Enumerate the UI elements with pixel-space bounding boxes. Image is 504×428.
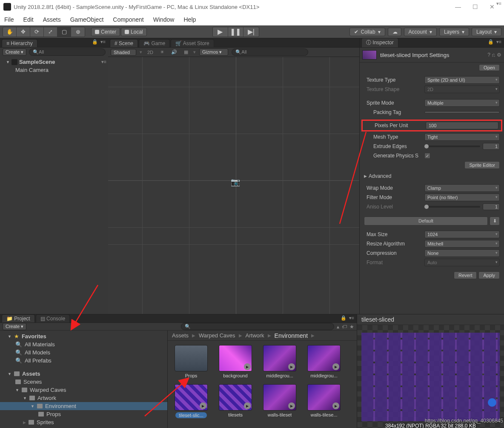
sprite-mode-select[interactable]: Multiple [424,99,500,107]
filter-icon[interactable]: ▴ [337,324,339,330]
hierarchy-tab[interactable]: ≡ Hierarchy [2,39,37,47]
inspector-tab[interactable]: ⓘ Inspector [361,38,398,47]
gizmos-dropdown[interactable]: Gizmos ▾ [199,49,228,56]
asset-tilesets[interactable]: ▶tilesets [216,384,255,418]
project-create[interactable]: Create ▾ [3,323,26,330]
scene-search[interactable]: 🔍All [232,49,308,56]
cloud-button[interactable]: ☁ [388,28,401,36]
menu-icon[interactable]: ▾≡ [496,39,501,45]
menu-assets[interactable]: Assets [43,16,61,23]
play-button[interactable]: ▶ [213,27,228,37]
ppu-input[interactable]: 100 [426,122,498,129]
tab-console[interactable]: ▤ Console [36,314,70,322]
filter-select[interactable]: Point (no filter) [424,194,500,201]
platform-default[interactable]: Default [364,217,488,225]
shading-dropdown[interactable]: Shaded [111,49,136,56]
menu-icon[interactable]: ▾≡ [100,39,106,45]
account-dropdown[interactable]: Account ▾ [404,28,437,36]
asset-middleground1[interactable]: ▶middlegrou... [261,345,299,378]
resize-select[interactable]: Mitchell [424,240,500,248]
menu-file[interactable]: File [4,16,14,23]
menu-component[interactable]: Component [113,16,143,23]
asset-props[interactable]: Props [172,345,210,378]
gen-physics-checkbox[interactable]: ✓ [424,153,430,159]
preset-icon[interactable]: ⎌ [492,52,495,58]
sprites-folder[interactable]: ▶Sprites [0,418,167,426]
tab-game[interactable]: 🎮 Game [139,39,170,47]
rect-tool[interactable]: ▢ [57,27,71,37]
revert-button[interactable]: Revert [454,271,477,279]
favorites-folder[interactable]: ▼★Favorites [0,332,167,340]
bc-warped[interactable]: Warped Caves [199,332,235,339]
artwork-folder[interactable]: ▼Artwork [0,394,167,402]
apply-button[interactable]: Apply [478,271,500,279]
scene-viewport[interactable]: 📷 [108,57,359,314]
asset-walls-tileset2[interactable]: ▶walls-tilese... [305,384,343,418]
audio-icon[interactable]: 🔊 [169,49,179,55]
expand-icon[interactable]: ▶ [288,402,295,409]
bc-environment[interactable]: Environment [275,332,308,339]
tab-scene[interactable]: # Scene [110,39,138,47]
expand-icon[interactable]: ▶ [288,363,295,370]
menu-edit[interactable]: Edit [23,16,34,23]
expand-icon[interactable]: ▶ [244,363,251,370]
layout-dropdown[interactable]: Layout ▾ [472,28,501,36]
hand-tool[interactable]: ✋ [3,27,17,37]
pivot-local[interactable]: Local [121,28,147,36]
expand-icon[interactable]: ▶ [200,402,206,409]
hierarchy-item-camera[interactable]: Main Camera [0,66,108,74]
scale-tool[interactable]: ⤢ [44,27,57,37]
compression-select[interactable]: None [424,249,500,257]
advanced-section[interactable]: ▶Advanced [360,171,504,181]
wrap-select[interactable]: Clamp [424,184,500,192]
maximize-button[interactable]: ☐ [467,3,484,10]
help-icon[interactable]: ? [487,52,490,58]
warped-caves-folder[interactable]: ▼Warped Caves [0,386,167,394]
bc-assets[interactable]: Assets [172,332,189,339]
expand-icon[interactable]: ▶ [332,363,339,370]
lock-icon[interactable]: 🔒 [341,315,346,321]
scenes-folder[interactable]: Scenes [0,378,167,386]
step-button[interactable]: ▶| [243,27,259,37]
gear-icon[interactable]: ⚙ [497,52,501,58]
fav-all-models[interactable]: 🔍All Models [0,348,167,357]
multi-tool[interactable]: ⊕ [71,27,85,37]
move-tool[interactable]: ✥ [17,27,30,37]
layers-dropdown[interactable]: Layers ▾ [439,28,469,36]
mode-2d[interactable]: 2D [146,50,155,55]
lock-icon[interactable]: 🔒 [92,39,98,45]
menu-icon[interactable]: ▾≡ [349,315,354,321]
menu-window[interactable]: Window [153,16,175,23]
sprite-editor-button[interactable]: Sprite Editor [464,161,500,169]
asset-middleground2[interactable]: ▶middlegrou... [305,345,343,378]
props-folder[interactable]: Props [0,410,167,418]
pause-button[interactable]: ❚❚ [228,27,243,37]
rotate-tool[interactable]: ⟳ [30,27,44,37]
asset-walls-tileset1[interactable]: ▶walls-tileset [261,384,299,418]
bc-artwork[interactable]: Artwork [246,332,264,339]
expand-icon[interactable]: ▶ [332,402,339,409]
fx-icon[interactable]: ▦ [182,49,190,55]
texture-type-select[interactable]: Sprite (2D and UI) [424,76,500,84]
minimize-button[interactable]: — [450,3,467,10]
hierarchy-create[interactable]: Create ▾ [3,49,26,56]
hierarchy-search[interactable]: 🔍All [29,49,106,56]
tab-assetstore[interactable]: 🛒 Asset Store [171,39,214,47]
expand-icon[interactable]: ▶ [244,402,251,409]
menu-help[interactable]: Help [183,16,196,23]
scenes2-folder[interactable]: Scenes [0,426,167,428]
assets-folder[interactable]: ▼Assets [0,370,167,378]
label-icon[interactable]: 🏷 [342,324,347,330]
menu-icon[interactable]: ▾≡ [496,1,501,6]
project-search[interactable]: 🔍 [181,323,334,330]
asset-background[interactable]: ▶background [216,345,255,378]
menu-gameobject[interactable]: GameObject [70,16,104,23]
open-button[interactable]: Open [479,64,500,71]
pivot-center[interactable]: Center [91,28,120,36]
environment-folder[interactable]: ▼Environment [0,402,167,410]
fav-all-materials[interactable]: 🔍All Materials [0,340,167,348]
platform-standalone-icon[interactable]: ⬇ [490,217,500,225]
max-size-select[interactable]: 1024 [424,231,500,238]
tab-project[interactable]: 📁 Project [2,314,35,322]
star-icon[interactable]: ★ [349,324,354,330]
